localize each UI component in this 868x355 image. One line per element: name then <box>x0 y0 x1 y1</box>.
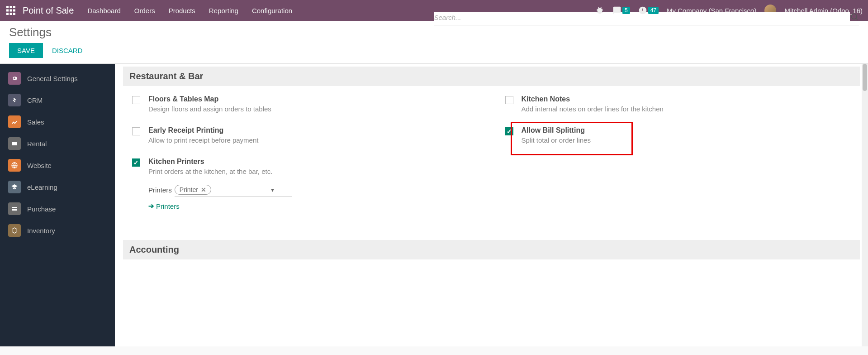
apps-icon[interactable] <box>5 5 16 16</box>
sidebar-item-inventory[interactable]: Inventory <box>0 220 115 241</box>
nav-menu-products[interactable]: Products <box>169 7 195 14</box>
setting-kitchen-printers: Kitchen Printers Print orders at the kit… <box>132 158 478 210</box>
control-panel: Settings SAVE DISCARD <box>0 21 868 64</box>
box-icon <box>8 224 21 237</box>
svg-rect-8 <box>13 13 15 15</box>
scrollbar-thumb[interactable] <box>863 64 867 91</box>
activities-icon[interactable]: 47 <box>638 6 659 15</box>
svg-rect-6 <box>6 13 9 15</box>
nav-menu-reporting[interactable]: Reporting <box>209 7 238 14</box>
setting-desc: Design floors and assign orders to table… <box>148 105 478 113</box>
setting-title: Kitchen Notes <box>522 95 851 103</box>
sidebar-item-label: eLearning <box>27 183 57 191</box>
checkbox-early-receipt[interactable] <box>132 127 140 135</box>
scrollbar[interactable] <box>862 64 868 346</box>
save-button[interactable]: SAVE <box>9 43 43 58</box>
gear-icon <box>8 72 21 85</box>
sidebar-item-label: General Settings <box>27 75 78 82</box>
empty-col <box>505 158 851 210</box>
setting-desc: Allow to print receipt before payment <box>148 136 478 144</box>
setting-title: Floors & Tables Map <box>148 95 478 103</box>
nav-menu-dashboard[interactable]: Dashboard <box>87 7 120 14</box>
tag-label: Printer <box>180 186 198 193</box>
svg-rect-0 <box>6 6 9 8</box>
graduation-icon <box>8 181 21 193</box>
sidebar-item-crm[interactable]: CRM <box>0 89 115 111</box>
sidebar-item-sales[interactable]: Sales <box>0 111 115 133</box>
setting-title: Kitchen Printers <box>148 158 478 166</box>
tag-remove-icon[interactable]: ✕ <box>201 186 206 193</box>
main-layout: General Settings CRM Sales Rental Websit… <box>0 64 868 346</box>
chart-icon <box>8 115 21 128</box>
page-title: Settings <box>9 25 88 39</box>
field-label-printers: Printers <box>148 186 172 194</box>
svg-rect-5 <box>13 10 15 12</box>
setting-desc: Add internal notes on order lines for th… <box>522 105 851 113</box>
sidebar-item-general[interactable]: General Settings <box>0 67 115 89</box>
link-label: Printers <box>156 202 180 210</box>
checkbox-kitchen-notes[interactable] <box>505 96 513 104</box>
chevron-down-icon[interactable]: ▾ <box>271 186 274 193</box>
discard-button[interactable]: DISCARD <box>47 43 88 58</box>
globe-icon <box>8 159 21 172</box>
sidebar-item-label: Inventory <box>27 227 55 235</box>
checkbox-floors-tables[interactable] <box>132 96 140 104</box>
sidebar-item-label: Sales <box>27 118 44 126</box>
settings-content: Restaurant & Bar Floors & Tables Map Des… <box>115 64 868 346</box>
sidebar-item-label: Website <box>27 162 52 169</box>
setting-desc: Print orders at the kitchen, at the bar,… <box>148 168 478 175</box>
card-icon <box>8 202 21 215</box>
nav-menu: Dashboard Orders Products Reporting Conf… <box>87 7 292 14</box>
key-icon <box>8 137 21 150</box>
setting-title: Early Receipt Printing <box>148 126 478 134</box>
sidebar-item-label: Rental <box>27 140 47 148</box>
setting-early-receipt: Early Receipt Printing Allow to print re… <box>132 126 478 144</box>
svg-line-10 <box>856 19 858 20</box>
messages-badge: 5 <box>622 7 630 14</box>
svg-rect-14 <box>12 208 17 209</box>
sidebar-item-purchase[interactable]: Purchase <box>0 198 115 220</box>
messages-icon[interactable]: 5 <box>612 6 630 15</box>
activities-badge: 47 <box>648 7 659 14</box>
printers-link[interactable]: ➔ Printers <box>148 202 478 210</box>
section-header-restaurant: Restaurant & Bar <box>123 67 860 86</box>
setting-kitchen-notes: Kitchen Notes Add internal notes on orde… <box>505 95 851 113</box>
setting-title: Allow Bill Splitting <box>522 126 851 134</box>
setting-floors-tables: Floors & Tables Map Design floors and as… <box>132 95 478 113</box>
nav-menu-configuration[interactable]: Configuration <box>252 7 292 14</box>
tag-printer[interactable]: Printer ✕ <box>175 185 211 195</box>
svg-rect-7 <box>10 13 12 15</box>
section-header-accounting: Accounting <box>123 240 860 259</box>
checkbox-kitchen-printers[interactable] <box>132 158 140 167</box>
handshake-icon <box>8 94 21 106</box>
checkbox-bill-splitting[interactable] <box>505 127 513 135</box>
svg-point-9 <box>851 14 857 19</box>
svg-rect-2 <box>13 6 15 8</box>
svg-rect-3 <box>6 10 9 12</box>
svg-rect-11 <box>12 142 17 145</box>
printers-tag-input[interactable]: Printer ✕ ▾ <box>175 183 292 197</box>
sidebar-item-website[interactable]: Website <box>0 154 115 176</box>
nav-menu-orders[interactable]: Orders <box>134 7 155 14</box>
setting-desc: Split total or order lines <box>522 136 851 144</box>
app-title[interactable]: Point of Sale <box>23 5 74 16</box>
arrow-right-icon: ➔ <box>148 202 154 210</box>
sidebar-item-elearning[interactable]: eLearning <box>0 176 115 198</box>
settings-sidebar: General Settings CRM Sales Rental Websit… <box>0 64 115 346</box>
setting-bill-splitting: Allow Bill Splitting Split total or orde… <box>505 126 851 144</box>
sidebar-item-label: Purchase <box>27 205 56 213</box>
sidebar-item-rental[interactable]: Rental <box>0 133 115 154</box>
svg-rect-4 <box>10 10 12 12</box>
debug-icon[interactable] <box>595 6 604 15</box>
sidebar-item-label: CRM <box>27 96 43 104</box>
search-icon[interactable] <box>850 12 859 23</box>
svg-rect-1 <box>10 6 12 8</box>
